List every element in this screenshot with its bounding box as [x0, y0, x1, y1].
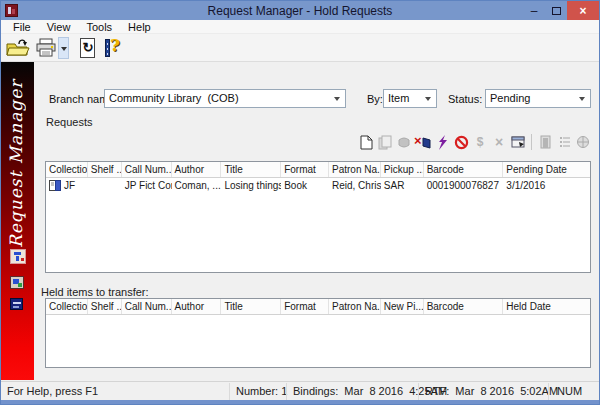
clipboard-icon: [556, 134, 572, 150]
cell-shelf: [88, 178, 122, 194]
column-header[interactable]: Barcode: [424, 299, 504, 314]
status-help-text: For Help, press F1: [7, 385, 98, 397]
chevron-down-icon[interactable]: [330, 91, 344, 106]
window-title: Request Manager - Hold Requests: [1, 4, 599, 18]
window-controls: – ×: [523, 1, 599, 20]
status-rtf: RTF: Mar 8 2016 5:02AM: [425, 385, 558, 397]
by-combobox[interactable]: Item: [383, 89, 437, 108]
lightning-icon[interactable]: [434, 134, 450, 150]
column-header[interactable]: Shelf ...: [88, 162, 122, 177]
title-bar: Request Manager - Hold Requests – ×: [1, 1, 599, 20]
column-header[interactable]: Held Date: [503, 299, 590, 314]
column-header[interactable]: Call Num...: [122, 162, 172, 177]
request-manager-window: Request Manager - Hold Requests – × File…: [0, 0, 600, 405]
column-header[interactable]: Collection: [46, 299, 88, 314]
status-separator: [229, 383, 230, 400]
cell-author: Coman, ...: [172, 178, 222, 194]
window-bottom-border: [1, 400, 599, 405]
dollar-icon: $: [472, 134, 488, 150]
refresh-icon[interactable]: ↻: [76, 37, 100, 59]
status-bar: For Help, press F1 Number: 1 Bindings: M…: [1, 381, 599, 400]
column-header[interactable]: Patron Na...: [329, 162, 381, 177]
column-header[interactable]: Format: [281, 299, 329, 314]
menu-tools[interactable]: Tools: [79, 21, 119, 33]
by-value: Item: [388, 92, 409, 104]
maximize-button[interactable]: [545, 1, 567, 20]
menu-help[interactable]: Help: [121, 21, 158, 33]
by-label: By:: [367, 93, 383, 105]
held-items-table-header: Collection Shelf ... Call Num... Author …: [46, 299, 590, 315]
requests-section-label: Requests: [46, 116, 92, 128]
menu-bar: File View Tools Help: [1, 20, 599, 34]
properties-icon[interactable]: [510, 134, 526, 150]
help-icon[interactable]: ?: [102, 37, 126, 59]
column-header[interactable]: Collection: [46, 162, 88, 177]
sidebar-title: Request Manager: [6, 68, 30, 248]
hold-requests-icon[interactable]: [10, 249, 26, 264]
column-header[interactable]: Pickup ...: [381, 162, 424, 177]
status-combobox[interactable]: Pending: [485, 89, 591, 108]
cell-call-number: JP Fict Com: [122, 178, 172, 194]
column-header[interactable]: Call Num...: [122, 299, 172, 314]
column-header[interactable]: Author: [172, 299, 222, 314]
chevron-down-icon[interactable]: [421, 91, 435, 106]
status-separator: [548, 383, 549, 400]
requests-table: Collection Shelf ... Call Num... Author …: [45, 161, 591, 273]
chevron-down-icon[interactable]: [575, 91, 589, 106]
branch-name-value: Community Library (COB): [109, 92, 239, 104]
cell-pickup: SAR: [381, 178, 424, 194]
close-button[interactable]: ×: [567, 1, 599, 20]
print-dropdown-arrow[interactable]: [58, 37, 69, 59]
column-header[interactable]: Barcode: [424, 162, 504, 177]
door-icon: [537, 134, 553, 150]
requests-table-header: Collection Shelf ... Call Num... Author …: [46, 162, 590, 178]
minimize-button[interactable]: –: [523, 1, 545, 20]
sidebar-banner: Request Manager: [1, 62, 34, 380]
status-label: Status:: [448, 93, 482, 105]
cell-format: Book: [281, 178, 329, 194]
column-header[interactable]: Patron Na...: [329, 299, 381, 314]
new-page-icon[interactable]: [358, 134, 374, 150]
cell-pending-date: 3/1/2016: [503, 178, 590, 194]
status-value: Pending: [490, 92, 530, 104]
hold-icon: [396, 134, 412, 150]
menu-file[interactable]: File: [6, 21, 38, 33]
cancel-x-icon: ×: [491, 134, 507, 150]
cell-title: Losing things ...: [221, 178, 281, 194]
cell-barcode: 0001900076827: [424, 178, 504, 194]
column-header[interactable]: Title: [221, 299, 281, 314]
status-number: Number: 1: [236, 385, 287, 397]
menu-view[interactable]: View: [40, 21, 78, 33]
status-num-lock: NUM: [557, 385, 582, 397]
block-icon[interactable]: [453, 134, 469, 150]
held-items-table: Collection Shelf ... Call Num... Author …: [45, 298, 591, 368]
branch-name-combobox[interactable]: Community Library (COB): [104, 89, 346, 108]
main-toolbar: ↻ ?: [1, 34, 599, 62]
ill-requests-icon[interactable]: [10, 298, 23, 310]
column-header[interactable]: Pending Date: [503, 162, 590, 177]
book-deny-icon[interactable]: ×: [415, 134, 431, 150]
globe-icon: [575, 134, 591, 150]
print-icon[interactable]: [34, 37, 58, 59]
column-header[interactable]: Author: [172, 162, 222, 177]
status-bindings: Bindings: Mar 8 2016 4:25AM: [293, 385, 447, 397]
maximize-icon: [552, 7, 561, 15]
transfer-requests-icon[interactable]: [10, 276, 24, 289]
column-header[interactable]: Shelf ...: [88, 299, 122, 314]
toolbar-separator: [531, 134, 532, 150]
column-header[interactable]: Title: [221, 162, 281, 177]
chevron-down-icon: [61, 47, 67, 51]
status-separator: [286, 383, 287, 400]
status-separator: [418, 383, 419, 400]
cell-collection: JF: [46, 178, 88, 194]
requests-toolbar: × $ ×: [358, 133, 591, 151]
held-items-label: Held items to transfer:: [41, 286, 149, 298]
table-row[interactable]: JF JP Fict Com Coman, ... Losing things …: [46, 178, 590, 194]
column-header[interactable]: Format: [281, 162, 329, 177]
content-area: Branch name: Community Library (COB) By:…: [34, 62, 600, 380]
book-icon: [49, 180, 61, 191]
cell-patron: Reid, Chris...: [329, 178, 381, 194]
column-header[interactable]: New Pi...: [381, 299, 424, 314]
copy-page-icon: [377, 134, 393, 150]
open-icon[interactable]: [6, 37, 30, 59]
